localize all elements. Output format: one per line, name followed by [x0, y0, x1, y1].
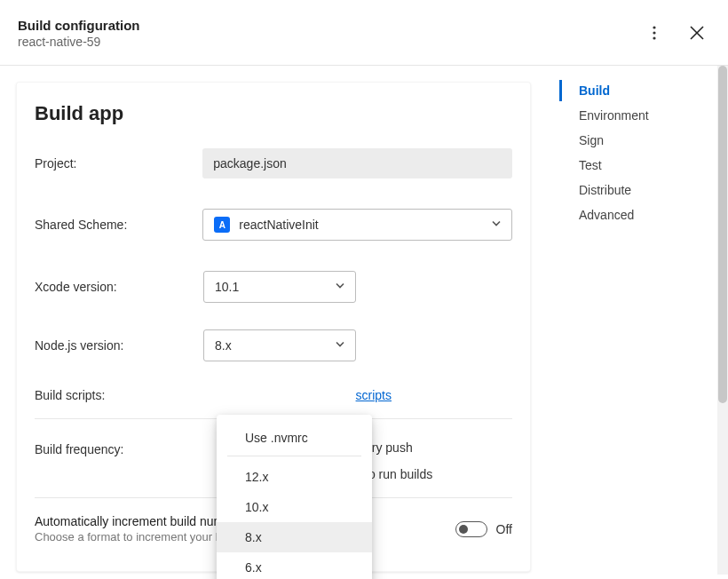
scripts-label: Build scripts: [35, 388, 203, 402]
more-button[interactable] [645, 23, 664, 43]
xcode-select-value: 10.1 [215, 280, 239, 294]
scheme-select[interactable]: reactNativeInit [202, 209, 512, 241]
xcode-select[interactable]: 10.1 [203, 271, 356, 303]
frequency-option-0-label: ery push [365, 440, 413, 455]
node-row: Node.js version: 8.x [35, 329, 512, 361]
dropdown-item-nvmrc[interactable]: Use .nvmrc [217, 422, 372, 456]
header-actions [645, 23, 707, 43]
scrollbar-track[interactable] [717, 66, 728, 575]
project-value-text: package.json [213, 156, 287, 171]
chevron-down-icon [334, 280, 346, 295]
scheme-row: Shared Scheme: reactNativeInit [35, 209, 512, 241]
project-label: Project: [35, 156, 202, 171]
node-version-dropdown: Use .nvmrc 12.x 10.x 8.x 6.x [217, 415, 372, 579]
svg-point-2 [653, 36, 655, 39]
svg-point-0 [653, 26, 655, 28]
sidebar-item-sign[interactable]: Sign [559, 128, 728, 153]
project-row: Project: package.json [35, 148, 512, 178]
sidebar: Build Environment Sign Test Distribute A… [559, 66, 728, 575]
xcode-row: Xcode version: 10.1 [35, 271, 512, 303]
node-select-value: 8.x [215, 338, 232, 353]
scripts-link-wrap: scripts [203, 388, 512, 402]
svg-point-1 [653, 31, 655, 34]
sidebar-item-environment[interactable]: Environment [559, 103, 728, 128]
chevron-down-icon [334, 338, 346, 353]
scrollbar-thumb[interactable] [718, 66, 727, 403]
frequency-label: Build frequency: [35, 440, 203, 456]
app-icon [214, 217, 230, 233]
scripts-row: Build scripts: scripts [35, 388, 512, 402]
frequency-option-1-label: to run builds [365, 467, 432, 481]
close-icon [689, 25, 705, 41]
node-select[interactable]: 8.x [203, 329, 356, 361]
sidebar-item-label: Build [579, 83, 610, 98]
dropdown-item-8x[interactable]: 8.x [217, 522, 372, 552]
scheme-select-value: reactNativeInit [239, 218, 318, 232]
header-left: Build configuration react-native-59 [18, 18, 139, 49]
node-label: Node.js version: [35, 338, 203, 353]
chevron-down-icon [490, 218, 502, 233]
scripts-link[interactable]: scripts [356, 388, 392, 402]
sidebar-item-advanced[interactable]: Advanced [559, 202, 728, 227]
sidebar-item-distribute[interactable]: Distribute [559, 178, 728, 202]
sidebar-item-label: Environment [579, 108, 649, 123]
dropdown-item-12x[interactable]: 12.x [217, 462, 372, 492]
sidebar-item-test[interactable]: Test [559, 153, 728, 178]
sidebar-item-label: Advanced [579, 208, 634, 222]
sidebar-item-build[interactable]: Build [559, 78, 728, 103]
sidebar-item-label: Test [579, 158, 602, 172]
card-heading: Build app [35, 102, 512, 125]
more-vertical-icon [647, 25, 661, 41]
auto-increment-toggle[interactable] [455, 521, 487, 537]
sidebar-item-label: Distribute [579, 183, 631, 197]
toggle-state-label: Off [496, 522, 512, 536]
toggle-knob [459, 525, 468, 534]
header: Build configuration react-native-59 [0, 0, 728, 66]
page-subtitle: react-native-59 [18, 35, 139, 49]
dropdown-item-10x[interactable]: 10.x [217, 492, 372, 522]
dropdown-divider [227, 456, 361, 456]
scheme-label: Shared Scheme: [35, 218, 202, 232]
sidebar-item-label: Sign [579, 133, 604, 147]
page-title: Build configuration [18, 18, 139, 33]
project-value: package.json [202, 148, 512, 178]
close-button[interactable] [687, 23, 707, 43]
xcode-label: Xcode version: [35, 280, 203, 294]
auto-increment-right: Off [455, 521, 512, 537]
dropdown-item-6x[interactable]: 6.x [217, 552, 372, 579]
